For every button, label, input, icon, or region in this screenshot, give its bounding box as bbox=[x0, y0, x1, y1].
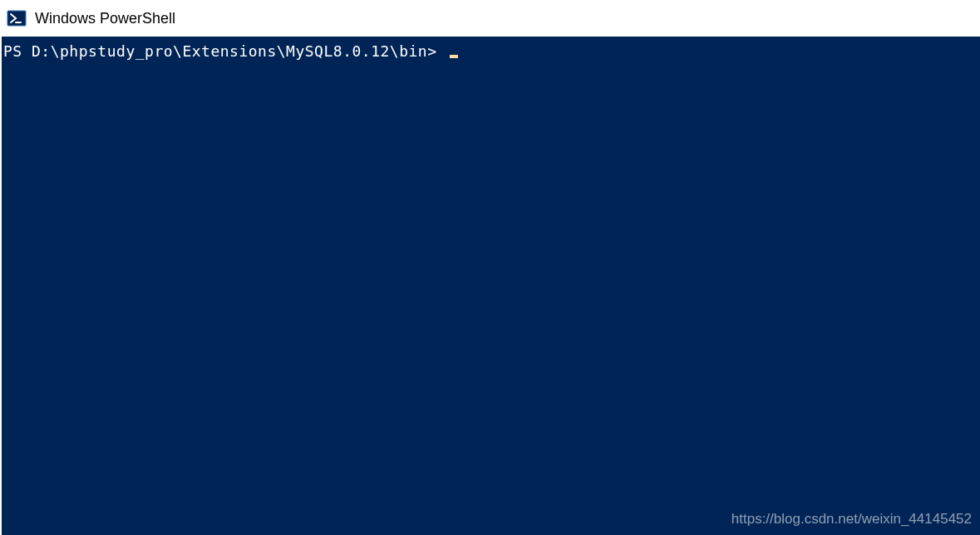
window-titlebar[interactable]: Windows PowerShell bbox=[0, 0, 980, 37]
terminal-cursor bbox=[450, 55, 458, 58]
terminal-prompt-line: PS D:\phpstudy_pro\Extensions\MySQL8.0.1… bbox=[3, 42, 978, 61]
terminal-prompt: PS D:\phpstudy_pro\Extensions\MySQL8.0.1… bbox=[3, 42, 446, 60]
powershell-icon bbox=[7, 8, 27, 28]
terminal-area[interactable]: PS D:\phpstudy_pro\Extensions\MySQL8.0.1… bbox=[2, 37, 980, 535]
watermark-text: https://blog.csdn.net/weixin_44145452 bbox=[731, 510, 972, 528]
window-title: Windows PowerShell bbox=[35, 10, 175, 27]
